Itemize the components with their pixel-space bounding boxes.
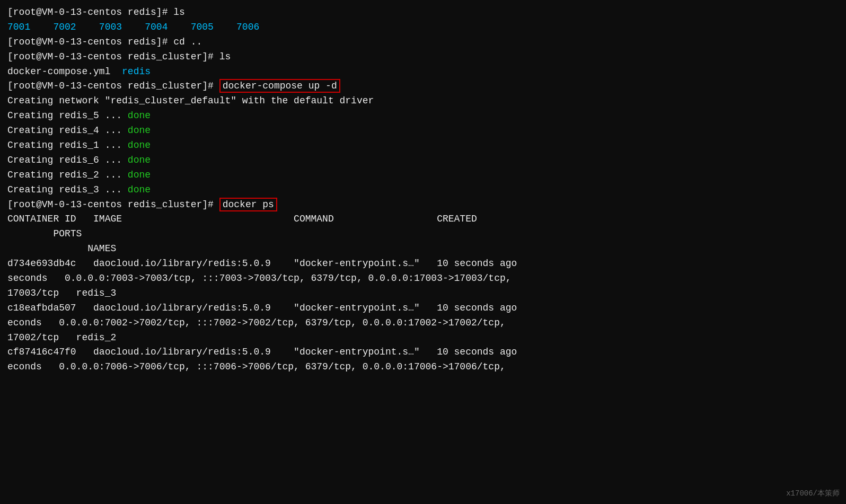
terminal-line-19: seconds 0.0.0.0:7003->7003/tcp, :::7003-… — [7, 271, 839, 286]
dir-list: 7001 7002 7003 7004 7005 7006 — [7, 22, 259, 32]
status-done: done — [128, 155, 151, 165]
terminal-line-15: CONTAINER ID IMAGE COMMAND CREATED — [7, 212, 839, 227]
prompt: [root@VM-0-13-centos redis_cluster]# — [7, 51, 219, 62]
terminal-line-18: d734e693db4c daocloud.io/library/redis:5… — [7, 257, 839, 271]
status-done: done — [128, 125, 151, 136]
terminal-line-13: Creating redis_3 ... done — [7, 183, 839, 198]
prompt: [root@VM-0-13-centos redis]# — [7, 7, 173, 17]
terminal-line-22: econds 0.0.0.0:7002->7002/tcp, :::7002->… — [7, 316, 839, 331]
prompt: [root@VM-0-13-centos redis_cluster]# — [7, 199, 219, 210]
terminal-line-6: [root@VM-0-13-centos redis_cluster]# doc… — [7, 79, 839, 94]
terminal-line-11: Creating redis_6 ... done — [7, 153, 839, 168]
cmd-ls2: ls — [219, 51, 231, 62]
terminal-line-21: c18eafbda507 daocloud.io/library/redis:5… — [7, 301, 839, 316]
terminal-line-10: Creating redis_1 ... done — [7, 138, 839, 153]
terminal-line-5: docker-compose.yml redis — [7, 65, 839, 79]
terminal-line-23: 17002/tcp redis_2 — [7, 331, 839, 346]
cmd-cd: cd .. — [173, 37, 202, 47]
terminal-line-20: 17003/tcp redis_3 — [7, 286, 839, 301]
prompt: [root@VM-0-13-centos redis_cluster]# — [7, 81, 219, 91]
file-redis: redis — [122, 66, 151, 77]
terminal-line-1: [root@VM-0-13-centos redis]# ls — [7, 5, 839, 20]
terminal-line-2: 7001 7002 7003 7004 7005 7006 — [7, 20, 839, 35]
terminal-line-14: [root@VM-0-13-centos redis_cluster]# doc… — [7, 198, 839, 213]
terminal-line-8: Creating redis_5 ... done — [7, 109, 839, 123]
cmd-docker-ps: docker ps — [219, 198, 277, 211]
terminal-line-7: Creating network "redis_cluster_default"… — [7, 94, 839, 109]
prompt: [root@VM-0-13-centos redis]# — [7, 37, 173, 47]
terminal-line-4: [root@VM-0-13-centos redis_cluster]# ls — [7, 50, 839, 65]
file-yml: docker-compose.yml — [7, 66, 122, 77]
terminal-line-3: [root@VM-0-13-centos redis]# cd .. — [7, 35, 839, 50]
terminal-line-25: econds 0.0.0.0:7006->7006/tcp, :::7006->… — [7, 360, 839, 375]
cmd-ls: ls — [173, 7, 185, 17]
terminal-line-9: Creating redis_4 ... done — [7, 123, 839, 138]
terminal: [root@VM-0-13-centos redis]# ls 7001 700… — [7, 5, 839, 375]
status-done: done — [128, 140, 151, 151]
status-done: done — [128, 170, 151, 180]
cmd-docker-compose: docker-compose up -d — [219, 79, 340, 93]
terminal-line-24: cf87416c47f0 daocloud.io/library/redis:5… — [7, 345, 839, 360]
terminal-line-16: PORTS — [7, 227, 839, 242]
terminal-line-12: Creating redis_2 ... done — [7, 168, 839, 183]
status-done: done — [128, 184, 151, 195]
status-done: done — [128, 110, 151, 121]
watermark: x17006/本策师 — [786, 488, 840, 500]
terminal-line-17: NAMES — [7, 242, 839, 257]
